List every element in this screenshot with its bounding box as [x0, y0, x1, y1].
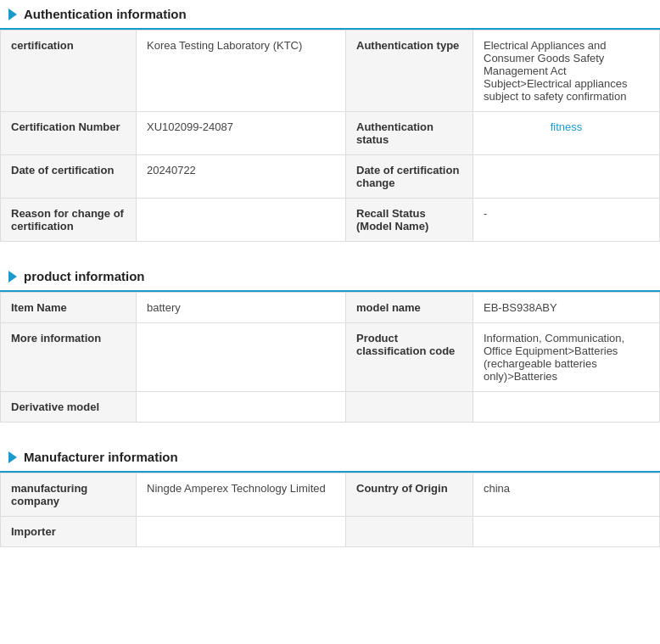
table-row: More information Product classification …: [1, 323, 660, 392]
label-empty-2: [346, 517, 473, 547]
value-more-info: [137, 323, 346, 392]
label-reason-change: Reason for change of certification: [1, 199, 137, 242]
table-row: manufacturing company Ningde Amperex Tec…: [1, 473, 660, 517]
manufacturer-table: manufacturing company Ningde Amperex Tec…: [0, 473, 660, 547]
value-manufacturing-company: Ningde Amperex Technology Limited: [137, 473, 346, 517]
value-auth-type: Electrical Appliances and Consumer Goods…: [473, 31, 660, 112]
table-row: Derivative model: [1, 392, 660, 423]
value-importer: [137, 517, 346, 547]
table-row: Importer: [1, 517, 660, 547]
value-recall-status: -: [473, 199, 660, 242]
table-row: certification Korea Testing Laboratory (…: [1, 31, 660, 112]
label-country-of-origin: Country of Origin: [346, 473, 473, 517]
auth-table: certification Korea Testing Laboratory (…: [0, 30, 660, 242]
product-section: product information Item Name battery mo…: [0, 262, 660, 423]
fitness-link[interactable]: fitness: [551, 120, 583, 133]
table-row: Certification Number XU102099-24087 Auth…: [1, 112, 660, 155]
manufacturer-section-title: Manufacturer information: [24, 450, 178, 464]
table-row: Date of certification 20240722 Date of c…: [1, 155, 660, 199]
value-item-name: battery: [137, 293, 346, 323]
value-certification: Korea Testing Laboratory (KTC): [137, 31, 346, 112]
label-importer: Importer: [1, 517, 137, 547]
label-cert-number: Certification Number: [1, 112, 137, 155]
auth-section-title: Authentication information: [24, 7, 187, 21]
value-reason-change: [137, 199, 346, 242]
value-auth-status: fitness: [473, 112, 660, 155]
label-empty-1: [346, 392, 473, 423]
table-row: Item Name battery model name EB-BS938ABY: [1, 293, 660, 323]
value-derivative-model: [137, 392, 346, 423]
product-section-icon: [8, 271, 17, 283]
product-section-header: product information: [0, 262, 660, 292]
label-more-info: More information: [1, 323, 137, 392]
auth-section: Authentication information certification…: [0, 0, 660, 242]
label-model-name: model name: [346, 293, 473, 323]
label-auth-status: Authentication status: [346, 112, 473, 155]
auth-section-header: Authentication information: [0, 0, 660, 30]
product-table: Item Name battery model name EB-BS938ABY…: [0, 292, 660, 423]
manufacturer-section-icon: [8, 451, 17, 463]
label-date-cert-change: Date of certification change: [346, 155, 473, 199]
table-row: Reason for change of certification Recal…: [1, 199, 660, 242]
value-cert-number: XU102099-24087: [137, 112, 346, 155]
label-auth-type: Authentication type: [346, 31, 473, 112]
label-derivative-model: Derivative model: [1, 392, 137, 423]
value-classification-code: Information, Communication, Office Equip…: [473, 323, 660, 392]
manufacturer-section-header: Manufacturer information: [0, 443, 660, 473]
auth-section-icon: [8, 8, 17, 20]
label-date-cert: Date of certification: [1, 155, 137, 199]
product-section-title: product information: [24, 269, 145, 283]
value-empty-1: [473, 392, 660, 423]
value-country-of-origin: china: [473, 473, 660, 517]
label-classification-code: Product classification code: [346, 323, 473, 392]
label-item-name: Item Name: [1, 293, 137, 323]
manufacturer-section: Manufacturer information manufacturing c…: [0, 443, 660, 547]
label-recall-status: Recall Status (Model Name): [346, 199, 473, 242]
value-empty-2: [473, 517, 660, 547]
label-certification: certification: [1, 31, 137, 112]
value-model-name: EB-BS938ABY: [473, 293, 660, 323]
label-manufacturing-company: manufacturing company: [1, 473, 137, 517]
value-date-cert-change: [473, 155, 660, 199]
value-date-cert: 20240722: [137, 155, 346, 199]
